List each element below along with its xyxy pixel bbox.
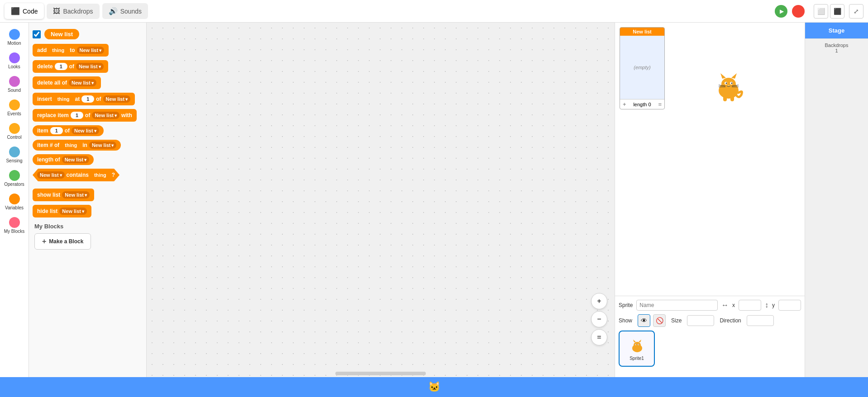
sensing-dot	[9, 147, 20, 157]
new-list-checkbox[interactable]	[33, 30, 41, 38]
blocks-panel: New list add thing to New list delete 1 …	[29, 23, 147, 377]
sprite-thumb-sprite1[interactable]: Sprite1	[619, 331, 655, 367]
list-monitor-title: New list	[620, 28, 664, 36]
sidebar-item-events[interactable]: Events	[1, 97, 28, 119]
delete-all-block[interactable]: delete all of New list	[33, 76, 101, 89]
block-hide-list: hide list New list	[33, 205, 143, 217]
variables-dot	[9, 194, 20, 204]
block-show-list: show list New list	[33, 189, 143, 201]
add-block[interactable]: add thing to New list	[33, 44, 109, 57]
show-visible-button[interactable]: 👁	[638, 314, 650, 327]
direction-label: Direction	[720, 317, 741, 324]
looks-label: Looks	[8, 64, 20, 70]
block-add: add thing to New list	[33, 44, 143, 57]
sidebar-item-myblocks[interactable]: My Blocks	[1, 214, 28, 237]
contains-block[interactable]: New list contains thing ?	[33, 169, 119, 181]
xy-arrow-icon: ↔	[721, 301, 729, 309]
events-dot	[9, 99, 20, 110]
show-list-block[interactable]: show list New list	[33, 189, 94, 201]
main-area: Motion Looks Sound Events Control Sensin…	[0, 23, 868, 377]
hide-list-block[interactable]: hide list New list	[33, 205, 91, 217]
sidebar-item-sensing[interactable]: Sensing	[1, 144, 28, 166]
horizontal-scrollbar[interactable]	[335, 372, 426, 375]
myblocks-dot	[9, 217, 20, 228]
resize-list-icon[interactable]: =	[658, 101, 662, 108]
size-label: Size	[671, 317, 682, 324]
size-input[interactable]	[687, 315, 714, 326]
green-flag-button[interactable]	[775, 5, 787, 18]
item-reporter[interactable]: item 1 of New list	[33, 125, 104, 136]
add-list-item-icon[interactable]: +	[623, 101, 626, 108]
sidebar-item-motion[interactable]: Motion	[1, 26, 28, 49]
bottom-bar: 🐱	[0, 377, 868, 397]
svg-point-16	[634, 342, 641, 348]
backdrops-icon: 🖼	[53, 7, 60, 15]
show-hidden-button[interactable]: 🚫	[653, 314, 666, 327]
block-delete: delete 1 of New list	[33, 60, 143, 73]
y-label: y	[772, 302, 775, 308]
stop-button[interactable]	[792, 5, 805, 18]
item-num-reporter[interactable]: item # of thing in New list	[33, 140, 121, 151]
new-list-badge: New list	[44, 29, 79, 39]
x-label: x	[732, 302, 735, 308]
stage-tab-panel: Stage Backdrops 1	[805, 23, 868, 377]
layout-buttons: ⬜ ⬛	[814, 4, 844, 19]
zoom-reset-button[interactable]: =	[591, 329, 607, 345]
zoom-out-button[interactable]: −	[591, 311, 607, 327]
length-reporter[interactable]: length of New list	[33, 154, 94, 165]
svg-marker-18	[639, 340, 641, 342]
direction-input[interactable]	[747, 315, 774, 326]
sidebar-item-sound[interactable]: Sound	[1, 73, 28, 96]
block-item: item 1 of New list	[33, 125, 143, 136]
list-length-display: length 0	[633, 102, 651, 107]
replace-block[interactable]: replace item 1 of New list with thing	[33, 109, 137, 122]
myblocks-label: My Blocks	[4, 229, 25, 234]
sidebar-item-control[interactable]: Control	[1, 120, 28, 143]
layout-large-button[interactable]: ⬛	[830, 4, 844, 19]
new-list-header: New list	[33, 29, 143, 39]
x-input[interactable]	[739, 300, 761, 311]
sidebar-item-variables[interactable]: Variables	[1, 191, 28, 213]
looks-dot	[9, 52, 20, 63]
fullscreen-button[interactable]: ⤢	[849, 4, 863, 19]
add-sprite-icon[interactable]: 🐱	[428, 381, 440, 393]
svg-point-21	[636, 344, 637, 345]
zoom-in-button[interactable]: +	[591, 293, 607, 309]
tab-code[interactable]: ⬛ Code	[5, 3, 44, 19]
tab-code-label: Code	[23, 8, 38, 15]
svg-rect-13	[723, 96, 727, 101]
svg-marker-17	[633, 340, 636, 342]
sprite-thumb-label: Sprite1	[630, 356, 644, 361]
sound-dot	[9, 76, 20, 87]
svg-point-6	[726, 83, 727, 84]
block-length: length of New list	[33, 154, 143, 165]
sidebar-item-looks[interactable]: Looks	[1, 50, 28, 72]
layout-small-button[interactable]: ⬜	[814, 4, 828, 19]
code-area[interactable]: + − =	[147, 23, 615, 377]
sprite-label: Sprite	[619, 302, 633, 308]
tab-sounds-label: Sounds	[120, 8, 142, 15]
y-input[interactable]	[778, 300, 801, 311]
block-replace: replace item 1 of New list with thing	[33, 109, 143, 122]
sidebar-item-operators[interactable]: Operators	[1, 167, 28, 190]
control-dot	[9, 123, 20, 134]
delete-block[interactable]: delete 1 of New list	[33, 60, 108, 73]
svg-point-7	[731, 83, 733, 84]
variables-label: Variables	[5, 205, 24, 211]
tab-sounds[interactable]: 🔊 Sounds	[102, 3, 148, 19]
make-block-button[interactable]: Make a Block	[34, 233, 91, 250]
insert-block[interactable]: insert thing at 1 of New list	[33, 93, 135, 105]
list-monitor: New list (empty) + length 0 =	[620, 27, 665, 109]
stage-area: New list (empty) + length 0 =	[615, 23, 805, 296]
sound-label: Sound	[8, 88, 21, 93]
code-icon: ⬛	[11, 7, 20, 15]
list-monitor-body: (empty)	[620, 36, 664, 99]
backdrops-label: Backdrops	[825, 43, 849, 48]
operators-dot	[9, 170, 20, 181]
tab-backdrops[interactable]: 🖼 Backdrops	[47, 4, 99, 19]
stage-tab-button[interactable]: Stage	[805, 23, 868, 39]
sprite-name-input[interactable]	[636, 300, 718, 311]
block-contains: New list contains thing ?	[33, 169, 143, 181]
zoom-controls: + − =	[591, 293, 607, 345]
control-label: Control	[7, 135, 21, 140]
